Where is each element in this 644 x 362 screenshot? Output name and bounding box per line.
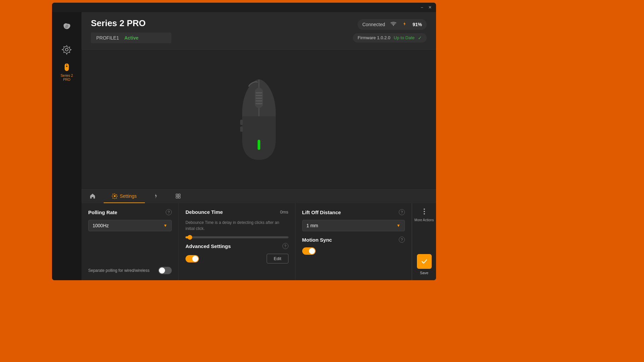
motion-sync-toggle[interactable] xyxy=(302,247,316,255)
separate-polling-toggle[interactable] xyxy=(158,267,172,274)
profile-badge[interactable]: PROFILE1 Active xyxy=(91,33,171,43)
advanced-settings-title: Advanced Settings xyxy=(185,243,231,249)
more-actions-col: More Actions Save xyxy=(412,203,436,280)
debounce-slider[interactable] xyxy=(185,236,288,238)
svg-rect-3 xyxy=(66,66,67,67)
device-header-left: Series 2 PRO PROFILE1 Active xyxy=(91,18,171,43)
dot-1 xyxy=(424,208,425,210)
sidebar: Series 2 PRO xyxy=(52,12,82,280)
device-header-right: Connected xyxy=(353,19,427,43)
separate-polling-row: Separate polling for wired/wireless xyxy=(88,263,172,274)
lift-off-header: Lift Off Distance ? xyxy=(302,209,405,215)
app-window: – ✕ xyxy=(52,3,436,280)
connection-status-row: Connected xyxy=(358,19,427,30)
motion-sync-row xyxy=(302,247,405,255)
advanced-settings-toggle[interactable] xyxy=(185,255,199,262)
profile-status: Active xyxy=(124,35,139,41)
firmware-status: Up to Date xyxy=(394,35,415,40)
svg-rect-12 xyxy=(240,120,243,125)
debounce-section: Debounce Time 0ms Debounce Time is a del… xyxy=(179,203,296,280)
svg-rect-8 xyxy=(256,98,262,99)
edit-button[interactable]: Edit xyxy=(267,254,288,263)
svg-rect-10 xyxy=(256,103,262,104)
save-button[interactable] xyxy=(417,254,432,269)
tab-buttons[interactable] xyxy=(167,190,189,203)
profile-name: PROFILE1 xyxy=(96,35,119,41)
polling-rate-dropdown[interactable]: 1000Hz ▼ xyxy=(88,220,172,231)
svg-rect-9 xyxy=(256,100,262,102)
separate-polling-label: Separate polling for wired/wireless xyxy=(88,268,150,273)
svg-rect-17 xyxy=(176,196,177,198)
lift-off-dropdown[interactable]: 1 mm ▼ xyxy=(302,220,405,231)
polling-rate-help[interactable]: ? xyxy=(166,209,172,215)
svg-point-0 xyxy=(65,48,68,51)
svg-point-14 xyxy=(114,195,115,197)
close-button[interactable]: ✕ xyxy=(427,5,433,10)
toggle-thumb-adv xyxy=(192,256,198,262)
polling-rate-header: Polling Rate ? xyxy=(88,209,172,215)
debounce-title: Debounce Time xyxy=(185,209,223,215)
tab-home[interactable] xyxy=(82,190,104,203)
dropdown-arrow-liftoff-icon: ▼ xyxy=(396,223,400,228)
debounce-description: Debounce Time is a delay in detecting cl… xyxy=(185,220,288,232)
svg-rect-6 xyxy=(256,92,262,94)
more-actions-button[interactable] xyxy=(424,208,425,215)
dot-3 xyxy=(424,213,425,215)
mouse-image xyxy=(225,73,292,167)
motion-sync-title: Motion Sync xyxy=(302,237,332,243)
mouse-area xyxy=(82,50,436,189)
polling-rate-section: Polling Rate ? 1000Hz ▼ Separate polling… xyxy=(82,203,179,280)
main-content: Series 2 PRO PROFILE1 Active Connected xyxy=(82,12,436,280)
dot-2 xyxy=(424,211,425,212)
sidebar-logo[interactable] xyxy=(57,17,76,36)
save-checkmark-icon xyxy=(421,258,428,265)
device-title: Series 2 PRO xyxy=(91,18,171,28)
debounce-value: 0ms xyxy=(280,209,288,215)
sidebar-item-mouse[interactable]: Series 2 PRO xyxy=(57,63,76,82)
svg-rect-18 xyxy=(178,196,180,198)
firmware-row: Firmware 1.0.2.0 Up to Date ✓ xyxy=(353,33,427,43)
debounce-header: Debounce Time 0ms xyxy=(185,209,288,215)
firmware-version: Firmware 1.0.2.0 xyxy=(358,35,390,40)
more-actions-label: More Actions xyxy=(415,218,434,222)
svg-rect-15 xyxy=(176,194,177,196)
battery-charging-icon xyxy=(402,21,407,28)
wifi-icon xyxy=(390,21,396,27)
app-body: Series 2 PRO Series 2 PRO PROFILE1 Activ… xyxy=(52,12,436,280)
lift-off-value: 1 mm xyxy=(307,223,318,228)
title-bar: – ✕ xyxy=(52,3,436,12)
lift-off-section: Lift Off Distance ? 1 mm ▼ Motion Sync ? xyxy=(296,203,412,280)
svg-rect-7 xyxy=(256,95,262,96)
minimize-button[interactable]: – xyxy=(419,5,425,10)
sidebar-item-settings[interactable] xyxy=(57,40,76,59)
sidebar-mouse-label: Series 2 PRO xyxy=(57,74,76,82)
title-bar-buttons: – ✕ xyxy=(419,5,433,10)
motion-sync-help[interactable]: ? xyxy=(399,237,405,243)
more-actions-group: More Actions xyxy=(415,208,434,222)
save-group: Save xyxy=(417,254,432,275)
polling-rate-title: Polling Rate xyxy=(88,209,117,215)
tab-performance[interactable] xyxy=(145,190,167,203)
dropdown-arrow-icon: ▼ xyxy=(163,223,167,228)
toggle-thumb xyxy=(159,267,165,274)
advanced-settings-header: Advanced Settings ? xyxy=(185,243,288,249)
advanced-settings-help[interactable]: ? xyxy=(282,243,288,249)
device-header: Series 2 PRO PROFILE1 Active Connected xyxy=(82,12,436,50)
connection-status-text: Connected xyxy=(362,22,385,27)
lift-off-title: Lift Off Distance xyxy=(302,209,341,215)
lift-off-help[interactable]: ? xyxy=(399,209,405,215)
svg-rect-16 xyxy=(178,194,180,196)
toggle-thumb-motion xyxy=(309,248,315,254)
firmware-check-icon: ✓ xyxy=(418,35,422,41)
motion-sync-header: Motion Sync ? xyxy=(302,231,405,243)
tab-settings[interactable]: Settings xyxy=(104,190,145,203)
tab-bar: Settings xyxy=(82,189,436,203)
save-label: Save xyxy=(420,271,428,275)
advanced-settings-row: Edit xyxy=(185,254,288,263)
settings-panel: Polling Rate ? 1000Hz ▼ Separate polling… xyxy=(82,203,436,280)
svg-rect-11 xyxy=(258,140,260,150)
battery-percent: 91% xyxy=(413,22,422,27)
tab-settings-label: Settings xyxy=(120,193,137,199)
svg-rect-13 xyxy=(240,126,243,132)
slider-thumb xyxy=(187,235,192,240)
